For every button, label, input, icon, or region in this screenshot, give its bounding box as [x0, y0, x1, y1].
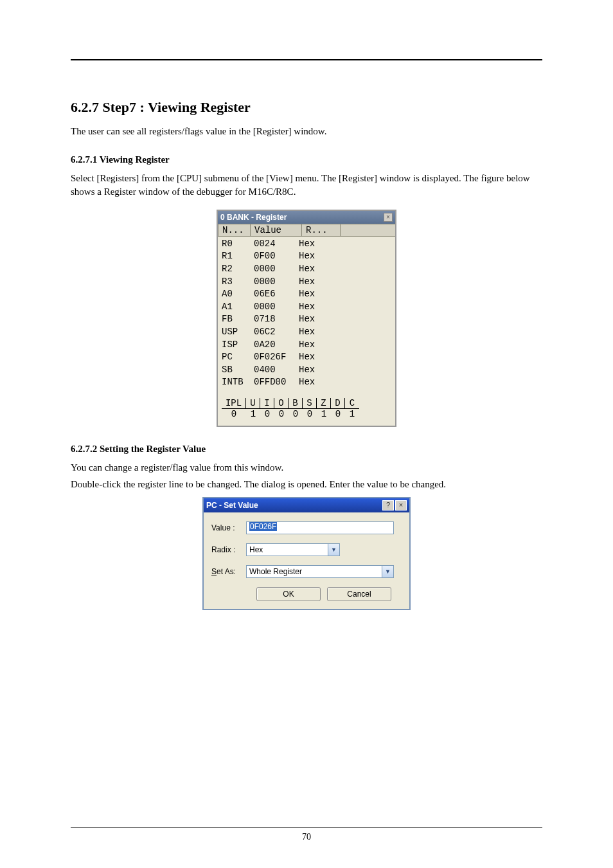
- reg-value: 0F026F: [254, 351, 299, 364]
- flag-value[interactable]: 0: [222, 409, 246, 419]
- register-row[interactable]: A006E6Hex: [222, 288, 391, 301]
- set-value-dialog: PC - Set Value ? × Value : 0F026F Radix …: [202, 497, 411, 610]
- reg-value: 0000: [254, 301, 299, 314]
- setas-label: Set As:: [211, 567, 246, 576]
- reg-value: 0F00: [254, 250, 299, 263]
- register-row[interactable]: A10000Hex: [222, 301, 391, 314]
- register-row[interactable]: FB0718Hex: [222, 313, 391, 326]
- reg-radix: Hex: [299, 313, 315, 326]
- reg-radix: Hex: [299, 351, 315, 364]
- flag-label: B: [289, 398, 303, 408]
- flag-label: C: [345, 398, 359, 408]
- help-icon[interactable]: ?: [382, 500, 394, 511]
- sub2-heading: 6.2.7.2 Setting the Register Value: [71, 444, 542, 455]
- section-heading: 6.2.7 Step7 : Viewing Register: [71, 99, 542, 116]
- flag-label: S: [303, 398, 317, 408]
- flag-label: U: [246, 398, 260, 408]
- flags-area: IPLUIOBSZDC 010000101: [222, 398, 391, 419]
- flag-label: O: [274, 398, 289, 408]
- register-header-table: N... Value R...: [218, 224, 395, 237]
- reg-radix: Hex: [299, 364, 315, 377]
- setas-select[interactable]: Whole Register ▼: [246, 565, 394, 578]
- reg-value: 0000: [254, 276, 299, 289]
- sub1-heading: 6.2.7.1 Viewing Register: [71, 154, 542, 165]
- reg-radix: Hex: [299, 301, 315, 314]
- reg-name: R3: [222, 276, 254, 289]
- radix-select[interactable]: Hex ▼: [246, 543, 340, 556]
- reg-name: SB: [222, 364, 254, 377]
- reg-radix: Hex: [299, 339, 315, 352]
- flag-label: Z: [317, 398, 331, 408]
- register-row[interactable]: PC0F026FHex: [222, 351, 391, 364]
- register-row[interactable]: R20000Hex: [222, 263, 391, 276]
- sub2-paragraph-2: Double-click the register line to be cha…: [71, 478, 542, 491]
- reg-radix: Hex: [299, 276, 315, 289]
- reg-radix: Hex: [299, 250, 315, 263]
- reg-radix: Hex: [299, 376, 315, 389]
- reg-value: 0A20: [254, 339, 299, 352]
- page-footer: 70: [71, 827, 542, 842]
- register-window-title: 0 BANK - Register: [220, 213, 384, 222]
- flag-label: I: [260, 398, 274, 408]
- dialog-title: PC - Set Value: [206, 501, 381, 510]
- reg-value: 0024: [254, 238, 299, 251]
- reg-name: USP: [222, 326, 254, 339]
- flag-value[interactable]: 0: [274, 409, 289, 419]
- bottom-rule: [71, 827, 542, 828]
- cancel-button[interactable]: Cancel: [327, 587, 391, 601]
- close-icon[interactable]: ×: [395, 500, 407, 511]
- reg-value: 06C2: [254, 326, 299, 339]
- flag-label: IPL: [222, 398, 246, 408]
- reg-value: 0000: [254, 263, 299, 276]
- flag-value[interactable]: 0: [289, 409, 303, 419]
- reg-value: 0FFD00: [254, 376, 299, 389]
- close-icon[interactable]: ×: [384, 213, 393, 222]
- flag-value[interactable]: 0: [331, 409, 345, 419]
- reg-value: 0400: [254, 364, 299, 377]
- top-rule: [71, 59, 542, 60]
- flag-value[interactable]: 0: [260, 409, 274, 419]
- value-input[interactable]: 0F026F: [246, 521, 394, 534]
- register-row[interactable]: R10F00Hex: [222, 250, 391, 263]
- reg-name: R0: [222, 238, 254, 251]
- register-row[interactable]: R30000Hex: [222, 276, 391, 289]
- reg-value: 06E6: [254, 288, 299, 301]
- flag-value[interactable]: 1: [246, 409, 260, 419]
- chevron-down-icon[interactable]: ▼: [382, 566, 393, 577]
- reg-radix: Hex: [299, 238, 315, 251]
- col-header-radix[interactable]: R...: [302, 224, 341, 236]
- register-body: R00024HexR10F00HexR20000HexR30000HexA006…: [218, 237, 395, 426]
- sub1-paragraph: Select [Registers] from the [CPU] submen…: [71, 172, 542, 198]
- page-number: 70: [71, 832, 542, 842]
- reg-value: 0718: [254, 313, 299, 326]
- register-row[interactable]: USP06C2Hex: [222, 326, 391, 339]
- flag-value[interactable]: 1: [317, 409, 331, 419]
- flag-label: D: [331, 398, 345, 408]
- ok-button[interactable]: OK: [256, 587, 321, 601]
- value-label: Value :: [211, 523, 246, 532]
- col-header-pad: [341, 224, 396, 236]
- register-row[interactable]: R00024Hex: [222, 238, 391, 251]
- reg-name: PC: [222, 351, 254, 364]
- register-row[interactable]: ISP0A20Hex: [222, 339, 391, 352]
- flag-value[interactable]: 1: [345, 409, 359, 419]
- dialog-titlebar: PC - Set Value ? ×: [204, 498, 409, 512]
- reg-radix: Hex: [299, 326, 315, 339]
- register-row[interactable]: INTB0FFD00Hex: [222, 376, 391, 389]
- register-titlebar: 0 BANK - Register ×: [218, 211, 395, 224]
- col-header-value[interactable]: Value: [251, 224, 302, 236]
- register-window: 0 BANK - Register × N... Value R... R000…: [217, 210, 396, 427]
- radix-label: Radix :: [211, 545, 246, 554]
- col-header-name[interactable]: N...: [218, 224, 251, 236]
- reg-name: R2: [222, 263, 254, 276]
- chevron-down-icon[interactable]: ▼: [328, 544, 339, 556]
- reg-radix: Hex: [299, 288, 315, 301]
- reg-name: INTB: [222, 376, 254, 389]
- flag-value[interactable]: 0: [303, 409, 317, 419]
- reg-name: A0: [222, 288, 254, 301]
- reg-name: FB: [222, 313, 254, 326]
- intro-paragraph: The user can see all registers/flags val…: [71, 125, 542, 138]
- reg-radix: Hex: [299, 263, 315, 276]
- register-row[interactable]: SB0400Hex: [222, 364, 391, 377]
- sub2-paragraph-1: You can change a register/flag value fro…: [71, 461, 542, 474]
